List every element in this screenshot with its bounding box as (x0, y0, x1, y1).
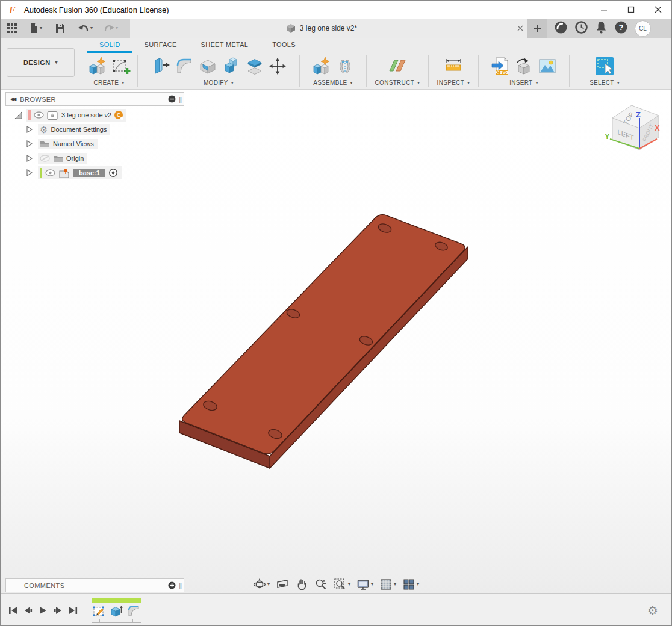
viewports-button[interactable]: ▾ (400, 578, 421, 591)
modify-menu[interactable]: MODIFY▾ (204, 79, 234, 86)
tree-row-root[interactable]: 3 leg one side v2 C (5, 108, 184, 122)
selected-component-label[interactable]: base:1 (73, 169, 105, 177)
insert-mesh-icon (514, 56, 534, 76)
insert-mesh-button[interactable] (514, 56, 534, 76)
undo-button[interactable]: ▾ (75, 19, 96, 38)
visibility-eye-icon[interactable] (45, 169, 55, 176)
fillet-icon (174, 56, 194, 76)
grid-snaps-button[interactable]: ▾ (378, 578, 398, 591)
save-button[interactable] (52, 19, 69, 38)
assemble-menu[interactable]: ASSEMBLE▾ (313, 79, 353, 86)
zoom-button[interactable] (313, 578, 329, 591)
help-button[interactable]: ? (614, 20, 628, 37)
zoom-window-button[interactable]: ▾ (332, 578, 352, 591)
insert-menu[interactable]: INSERT▾ (509, 79, 538, 86)
orbit-button[interactable]: ▾ (251, 578, 272, 591)
create-menu[interactable]: CREATE▾ (94, 79, 125, 86)
close-tab-button[interactable] (513, 19, 527, 38)
play-button[interactable] (39, 606, 48, 615)
create-sketch-button[interactable] (111, 56, 131, 76)
tree-row-named-views[interactable]: Named Views (5, 137, 184, 151)
pan-button[interactable] (293, 578, 310, 591)
expand-comments-button[interactable] (168, 581, 176, 589)
timeline-sketch-feature[interactable] (92, 604, 106, 618)
measure-button[interactable] (443, 56, 464, 76)
combine-button[interactable] (221, 56, 241, 76)
joint-button[interactable] (335, 56, 355, 76)
visibility-eye-icon[interactable] (34, 111, 44, 119)
cloud-status-badge[interactable]: C (114, 111, 123, 119)
workspace-switcher[interactable]: DESIGN▾ (7, 48, 75, 77)
construction-plane-button[interactable] (387, 56, 408, 76)
move-button[interactable] (268, 56, 287, 76)
shell-button[interactable] (198, 56, 218, 76)
tab-tools[interactable]: TOOLS (260, 38, 308, 53)
app-grid-button[interactable] (3, 19, 21, 38)
tree-row-base-component[interactable]: base:1 (5, 166, 184, 180)
dropdown-caret-icon: ▾ (116, 26, 118, 31)
tab-solid[interactable]: SOLID (87, 38, 132, 53)
document-tab[interactable]: 3 leg one side v2* (130, 19, 527, 38)
go-to-start-button[interactable] (8, 606, 18, 615)
timeline-extrude-feature[interactable] (109, 604, 123, 618)
extensions-icon (554, 20, 568, 34)
timeline-fillet-feature[interactable] (126, 604, 141, 618)
press-pull-button[interactable] (151, 56, 171, 76)
orbit-icon (253, 578, 266, 591)
select-button[interactable] (594, 56, 615, 76)
redo-button[interactable]: ▾ (100, 19, 122, 38)
tab-sheet-metal[interactable]: SHEET METAL (189, 38, 261, 53)
new-tab-button[interactable] (527, 19, 547, 38)
offset-face-icon (244, 56, 265, 76)
new-component-button[interactable] (87, 56, 108, 76)
notifications-button[interactable] (595, 20, 608, 37)
panel-grip[interactable]: || (179, 96, 181, 103)
construct-menu[interactable]: CONSTRUCT▾ (375, 79, 420, 86)
visibility-off-eye-icon[interactable] (40, 155, 50, 162)
tab-surface[interactable]: SURFACE (132, 38, 189, 53)
collapsed-caret-icon[interactable] (26, 154, 33, 163)
collapsed-caret-icon[interactable] (26, 125, 33, 134)
fillet-button[interactable] (174, 56, 194, 76)
dropdown-caret-icon: ▾ (348, 582, 350, 587)
browser-header: ◀◀ BROWSER || (5, 92, 184, 106)
display-settings-button[interactable]: ▾ (355, 578, 375, 591)
comments-panel-header[interactable]: COMMENTS || (5, 578, 184, 592)
account-avatar[interactable]: CL (635, 20, 651, 37)
canvas-button[interactable] (537, 56, 558, 76)
folder-icon (40, 140, 50, 148)
tree-row-document-settings[interactable]: ⚙ Document Settings (5, 122, 184, 137)
grid-icon (379, 578, 393, 591)
root-document-label[interactable]: 3 leg one side v2 (61, 111, 111, 119)
collapsed-caret-icon[interactable] (26, 169, 33, 177)
timeline-selection-marker (92, 598, 141, 603)
file-menu-button[interactable]: ▾ (26, 19, 46, 38)
display-settings-icon (356, 578, 370, 591)
insert-svg-button[interactable]: SVG (490, 56, 511, 76)
timeline-settings-gear-icon[interactable]: ⚙ (647, 604, 658, 616)
svg-text:?: ? (619, 23, 624, 32)
activate-component-radio[interactable] (108, 168, 118, 178)
inspect-menu[interactable]: INSPECT▾ (437, 79, 470, 86)
minimize-button[interactable] (590, 1, 617, 19)
hide-panel-button[interactable] (168, 95, 176, 103)
select-menu[interactable]: SELECT▾ (590, 79, 620, 86)
panel-grip[interactable]: || (179, 582, 181, 589)
expanded-caret-icon[interactable] (14, 111, 23, 120)
viewcube[interactable]: TOP LEFT FRONT Z X Y (594, 96, 667, 162)
offset-face-button[interactable] (244, 56, 265, 76)
job-status-button[interactable] (574, 20, 588, 37)
step-forward-button[interactable] (53, 606, 63, 615)
extensions-button[interactable] (554, 20, 568, 37)
maximize-button[interactable] (617, 1, 644, 19)
assemble-new-component-button[interactable] (311, 56, 332, 76)
go-to-end-button[interactable] (68, 606, 78, 615)
step-back-button[interactable] (23, 606, 33, 615)
close-window-button[interactable] (644, 1, 671, 19)
tree-row-origin[interactable]: Origin (5, 151, 184, 166)
fusion-logo-icon: F (8, 5, 18, 15)
group-construct: CONSTRUCT▾ (369, 53, 426, 89)
collapse-panel-icon[interactable]: ◀◀ (10, 96, 15, 102)
collapsed-caret-icon[interactable] (26, 140, 33, 148)
look-at-button[interactable] (274, 578, 291, 591)
